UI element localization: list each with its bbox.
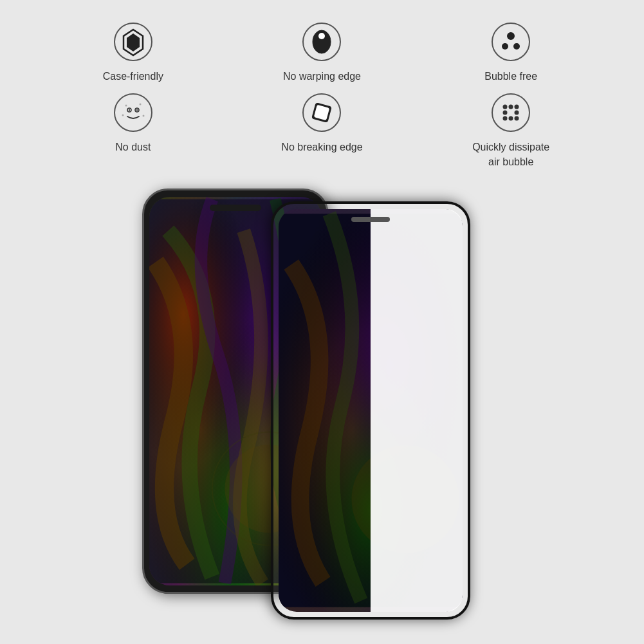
feature-bubble-free: Bubble free	[416, 19, 605, 84]
no-dust-icon	[111, 90, 156, 135]
svg-point-6	[492, 23, 529, 60]
quickly-dissipate-label: Quickly dissipateair bubble	[472, 140, 549, 169]
svg-point-17	[122, 115, 124, 116]
quickly-dissipate-icon	[488, 90, 533, 135]
feature-case-friendly: Case-friendly	[39, 19, 228, 84]
case-friendly-icon	[111, 19, 156, 64]
svg-point-28	[503, 116, 508, 121]
bubble-free-icon	[488, 19, 533, 64]
svg-point-18	[142, 115, 144, 117]
glass-notch	[351, 217, 390, 222]
svg-marker-2	[127, 33, 140, 51]
phone-wrapper	[142, 189, 502, 626]
svg-point-7	[507, 32, 515, 40]
svg-point-27	[515, 111, 519, 115]
svg-point-10	[115, 94, 152, 131]
svg-point-23	[503, 105, 508, 109]
no-breaking-edge-label: No breaking edge	[281, 140, 362, 154]
case-friendly-label: Case-friendly	[103, 69, 163, 84]
svg-point-26	[503, 111, 508, 115]
svg-point-14	[136, 109, 138, 111]
svg-point-16	[139, 104, 141, 106]
no-warping-edge-label: No warping edge	[283, 69, 361, 84]
feature-quickly-dissipate: Quickly dissipateair bubble	[416, 90, 605, 169]
svg-point-25	[515, 105, 519, 109]
svg-point-30	[515, 116, 519, 121]
screen-protector-glass	[271, 201, 470, 620]
feature-no-dust: No dust	[39, 90, 228, 169]
svg-point-5	[318, 33, 325, 39]
no-breaking-edge-icon	[299, 90, 344, 135]
feature-no-warping-edge: No warping edge	[228, 19, 417, 84]
features-grid: Case-friendly No warping edge Bubble fre…	[0, 0, 644, 182]
glass-white-right	[371, 209, 463, 612]
phone-notch	[210, 205, 261, 211]
svg-point-15	[125, 105, 127, 107]
no-warping-edge-icon	[299, 19, 344, 64]
no-dust-label: No dust	[115, 140, 151, 154]
feature-no-breaking-edge: No breaking edge	[228, 90, 417, 169]
svg-point-9	[513, 43, 520, 50]
svg-point-22	[492, 94, 529, 131]
bubble-free-label: Bubble free	[484, 69, 537, 84]
svg-point-29	[509, 116, 513, 121]
svg-point-13	[129, 109, 130, 111]
svg-point-8	[502, 43, 508, 50]
product-image-container	[0, 189, 644, 626]
svg-point-24	[509, 105, 513, 109]
